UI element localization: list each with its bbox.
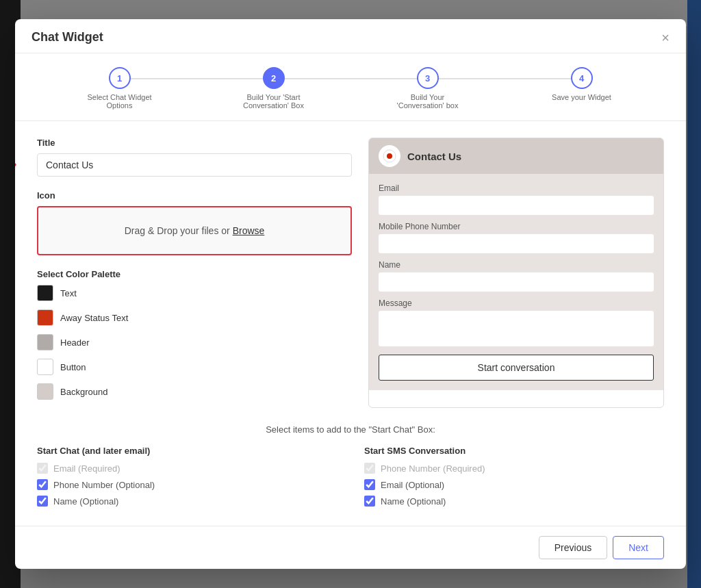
checkbox-sms-phone-required-label: Phone Number (Required): [381, 463, 485, 474]
preview-header: Contact Us: [369, 138, 663, 174]
step-4: 4 Save your Widget: [505, 67, 659, 101]
title-section: Title ➜: [37, 138, 352, 177]
next-button[interactable]: Next: [613, 536, 664, 559]
file-drop-zone[interactable]: Drag & Drop your files or Browse: [37, 206, 352, 255]
checkbox-sms-phone-required: Phone Number (Required): [364, 463, 664, 474]
chat-widget-modal: Chat Widget × 1 Select Chat Widget Optio…: [15, 19, 686, 569]
step-3-circle: 3: [417, 67, 439, 89]
step-2-label: Build Your 'Start Conversation' Box: [233, 93, 315, 110]
checkbox-sms-email-optional[interactable]: Email (Optional): [364, 479, 664, 490]
color-swatch-away[interactable]: [37, 309, 53, 326]
color-row-header: Header: [37, 334, 352, 350]
start-sms-col-title: Start SMS Conversation: [364, 446, 664, 456]
checkbox-email-required-input: [37, 463, 48, 474]
close-button[interactable]: ×: [661, 31, 670, 44]
color-palette-label: Select Color Palette: [37, 269, 352, 279]
preview-phone-input: [379, 234, 654, 253]
step-4-label: Save your Widget: [552, 93, 611, 101]
checkbox-columns: Start Chat (and later email) Email (Requ…: [37, 446, 664, 512]
bottom-section-title: Select items to add to the "Start Chat" …: [37, 424, 664, 435]
color-swatch-text[interactable]: [37, 285, 53, 301]
checkbox-email-required-label: Email (Required): [53, 463, 120, 474]
step-4-circle: 4: [571, 67, 593, 89]
preview-message-input: [379, 311, 654, 346]
modal-title: Chat Widget: [31, 30, 103, 44]
step-2: 2 Build Your 'Start Conversation' Box: [196, 67, 350, 110]
checkbox-sms-email-optional-label: Email (Optional): [381, 480, 444, 490]
step-1-label: Select Chat Widget Options: [79, 93, 161, 110]
start-sms-column: Start SMS Conversation Phone Number (Req…: [364, 446, 664, 512]
checkbox-phone-optional[interactable]: Phone Number (Optional): [37, 479, 337, 490]
color-row-text: Text: [37, 285, 352, 301]
preview-title: Contact Us: [407, 151, 461, 162]
preview-panel: Contact Us Email Mobile Phone Number Nam…: [368, 138, 664, 408]
checkbox-sms-name-optional-label: Name (Optional): [381, 496, 446, 507]
icon-section: Icon Drag & Drop your files or Browse: [37, 190, 352, 255]
preview-phone-label: Mobile Phone Number: [379, 222, 654, 231]
modal-overlay: Chat Widget × 1 Select Chat Widget Optio…: [0, 0, 701, 588]
start-chat-column: Start Chat (and later email) Email (Requ…: [37, 446, 337, 512]
color-swatch-background[interactable]: [37, 383, 53, 400]
color-swatch-button[interactable]: [37, 359, 53, 375]
checkbox-name-optional-input[interactable]: [37, 496, 48, 507]
color-swatch-header[interactable]: [37, 334, 53, 350]
icon-label: Icon: [37, 190, 352, 201]
modal-header: Chat Widget ×: [15, 19, 686, 53]
color-row-button: Button: [37, 359, 352, 375]
start-chat-col-title: Start Chat (and later email): [37, 446, 337, 456]
preview-avatar: [379, 145, 400, 167]
svg-point-1: [387, 153, 392, 159]
title-field-label: Title: [37, 138, 352, 148]
color-label-header: Header: [60, 337, 90, 348]
color-label-background: Background: [60, 387, 107, 397]
color-palette-section: Select Color Palette Text Away Status Te…: [37, 269, 352, 400]
step-3-label: Build Your 'Conversation' box: [387, 93, 469, 110]
color-label-away: Away Status Text: [60, 313, 128, 323]
color-row-background: Background: [37, 383, 352, 400]
preview-name-input: [379, 272, 654, 292]
previous-button[interactable]: Previous: [539, 536, 607, 559]
checkbox-name-optional[interactable]: Name (Optional): [37, 496, 337, 507]
step-1-circle: 1: [109, 67, 131, 89]
preview-email-label: Email: [379, 183, 654, 193]
checkbox-email-required: Email (Required): [37, 463, 337, 474]
color-label-text: Text: [60, 288, 77, 298]
checkbox-phone-optional-input[interactable]: [37, 479, 48, 490]
step-2-circle: 2: [263, 67, 285, 89]
step-1: 1 Select Chat Widget Options: [42, 67, 196, 110]
preview-body: Email Mobile Phone Number Name Message S…: [369, 174, 663, 390]
checkbox-phone-optional-label: Phone Number (Optional): [53, 480, 155, 490]
checkbox-sms-name-optional-input[interactable]: [364, 496, 375, 507]
checkbox-sms-name-optional[interactable]: Name (Optional): [364, 496, 664, 507]
left-panel: Title ➜ Icon Drag & Drop your files or B…: [37, 138, 352, 408]
checkbox-sms-email-optional-input[interactable]: [364, 479, 375, 490]
drop-zone-text: Drag & Drop your files or Browse: [125, 225, 265, 236]
preview-message-label: Message: [379, 298, 654, 308]
drop-text: Drag & Drop your files or: [125, 225, 233, 236]
arrow-indicator: ➜: [15, 156, 16, 174]
preview-email-input: [379, 196, 654, 215]
stepper: 1 Select Chat Widget Options 2 Build You…: [15, 53, 686, 121]
color-row-away: Away Status Text: [37, 309, 352, 326]
browse-link[interactable]: Browse: [233, 225, 265, 236]
color-label-button: Button: [60, 362, 86, 372]
modal-footer: Previous Next: [15, 526, 686, 569]
title-input-row: ➜: [37, 153, 352, 177]
step-3: 3 Build Your 'Conversation' box: [350, 67, 505, 110]
checkbox-name-optional-label: Name (Optional): [53, 496, 118, 507]
modal-body: Title ➜ Icon Drag & Drop your files or B…: [15, 121, 686, 424]
preview-logo-icon: [383, 149, 396, 163]
title-input[interactable]: [37, 153, 352, 177]
start-conversation-button[interactable]: Start conversation: [379, 355, 654, 381]
preview-name-label: Name: [379, 260, 654, 270]
checkbox-sms-phone-required-input: [364, 463, 375, 474]
bottom-section: Select items to add to the "Start Chat" …: [15, 424, 686, 526]
